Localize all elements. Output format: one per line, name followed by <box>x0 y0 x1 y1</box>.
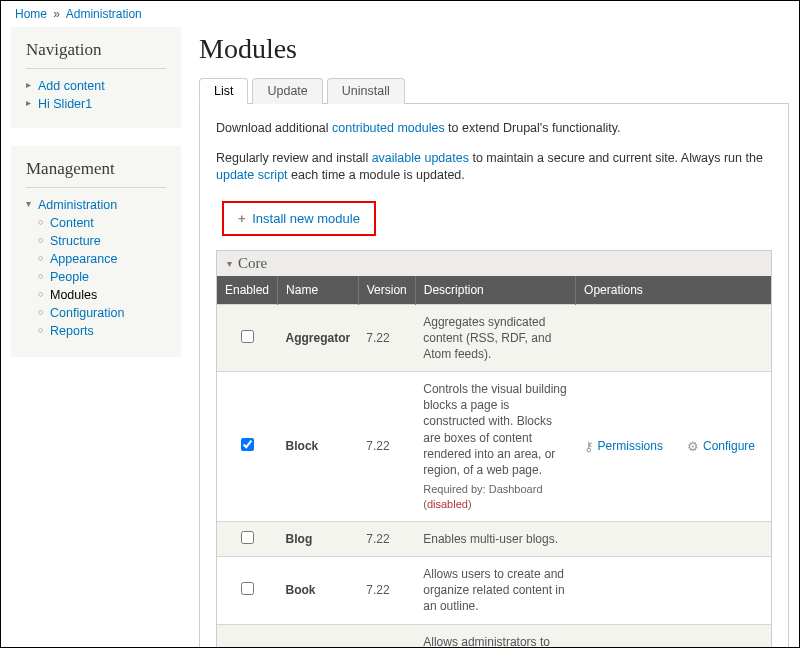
module-description: Controls the visual building blocks a pa… <box>415 372 575 522</box>
module-version: 7.22 <box>358 521 415 556</box>
plus-icon: + <box>238 211 246 226</box>
help-p2-post: each time a module is updated. <box>288 168 465 182</box>
op-label: Permissions <box>598 439 663 453</box>
help-p1-post: to extend Drupal's functionality. <box>445 121 621 135</box>
module-ops <box>679 624 771 648</box>
module-ops: ⚷Permissions <box>576 372 679 522</box>
enable-checkbox-aggregator[interactable] <box>241 330 254 343</box>
link-contributed-modules[interactable]: contributed modules <box>332 121 445 135</box>
module-version: 7.22 <box>358 304 415 372</box>
enable-checkbox-block[interactable] <box>241 438 254 451</box>
enable-checkbox-blog[interactable] <box>241 531 254 544</box>
breadcrumb: Home » Administration <box>1 1 799 27</box>
page-title: Modules <box>199 33 789 65</box>
management-menu: Administration ContentStructureAppearanc… <box>26 196 166 342</box>
module-description: Allows users to create and organize rela… <box>415 557 575 625</box>
permissions-link[interactable]: ⚷Permissions <box>584 439 663 454</box>
module-name: Book <box>278 557 359 625</box>
table-row: Block7.22Controls the visual building bl… <box>217 372 771 522</box>
module-ops <box>679 557 771 625</box>
breadcrumb-admin[interactable]: Administration <box>66 7 142 21</box>
enable-checkbox-book[interactable] <box>241 582 254 595</box>
help-p2-pre: Regularly review and install <box>216 151 372 165</box>
navigation-menu: Add content Hi Slider1 <box>26 77 166 113</box>
tab-uninstall[interactable]: Uninstall <box>327 78 405 104</box>
tab-list[interactable]: List <box>199 78 248 104</box>
module-name: Aggregator <box>278 304 359 372</box>
fieldset-core-legend[interactable]: ▾ Core <box>217 251 771 276</box>
module-ops <box>576 304 679 372</box>
table-row: Book7.22Allows users to create and organ… <box>217 557 771 625</box>
mgmt-item-appearance[interactable]: Appearance <box>50 252 117 266</box>
module-ops <box>576 521 679 556</box>
nav-add-content[interactable]: Add content <box>38 79 105 93</box>
module-ops <box>679 304 771 372</box>
module-version: 7.22 <box>358 624 415 648</box>
module-version: 7.22 <box>358 372 415 522</box>
col-enabled: Enabled <box>217 276 278 305</box>
help-p1-pre: Download additional <box>216 121 332 135</box>
tabs: ListUpdateUninstall <box>199 77 789 104</box>
link-update-script[interactable]: update script <box>216 168 288 182</box>
tab-update[interactable]: Update <box>252 78 322 104</box>
col-name: Name <box>278 276 359 305</box>
install-new-module-button[interactable]: + Install new module <box>222 201 376 236</box>
mgmt-administration[interactable]: Administration <box>38 198 117 212</box>
module-version: 7.22 <box>358 557 415 625</box>
table-row: Blog7.22Enables multi-user blogs. <box>217 521 771 556</box>
col-operations: Operations <box>576 276 771 305</box>
configure-link[interactable]: ⚙Configure <box>687 439 755 454</box>
management-title: Management <box>26 159 166 188</box>
mgmt-item-people[interactable]: People <box>50 270 89 284</box>
module-ops: ⚙Configure <box>679 372 771 522</box>
module-ops <box>679 521 771 556</box>
col-description: Description <box>415 276 575 305</box>
required-by: Required by: Dashboard (disabled) <box>423 482 567 512</box>
navigation-title: Navigation <box>26 40 166 69</box>
table-row: Color7.22Allows administrators to change… <box>217 624 771 648</box>
help-p2-mid: to maintain a secure and current site. A… <box>469 151 763 165</box>
modules-table: Enabled Name Version Description Operati… <box>217 276 771 649</box>
op-label: Configure <box>703 439 755 453</box>
breadcrumb-sep-icon: » <box>53 7 60 21</box>
mgmt-item-reports[interactable]: Reports <box>50 324 94 338</box>
module-name: Color <box>278 624 359 648</box>
module-ops <box>576 624 679 648</box>
panel: Download additional contributed modules … <box>199 104 789 648</box>
sidebar: Navigation Add content Hi Slider1 Manage… <box>11 27 181 648</box>
breadcrumb-home[interactable]: Home <box>15 7 47 21</box>
help-text: Download additional contributed modules … <box>216 120 772 185</box>
management-block: Management Administration ContentStructu… <box>11 146 181 357</box>
module-description: Aggregates syndicated content (RSS, RDF,… <box>415 304 575 372</box>
nav-hi-slider[interactable]: Hi Slider1 <box>38 97 92 111</box>
install-new-module-link[interactable]: Install new module <box>252 211 360 226</box>
col-version: Version <box>358 276 415 305</box>
fieldset-core: ▾ Core Enabled Name Version Description … <box>216 250 772 649</box>
link-available-updates[interactable]: available updates <box>372 151 469 165</box>
caret-down-icon: ▾ <box>227 258 232 269</box>
module-ops <box>576 557 679 625</box>
mgmt-item-content[interactable]: Content <box>50 216 94 230</box>
main-content: Modules ListUpdateUninstall Download add… <box>199 27 789 648</box>
gear-icon: ⚙ <box>687 439 699 454</box>
table-row: Aggregator7.22Aggregates syndicated cont… <box>217 304 771 372</box>
mgmt-item-structure[interactable]: Structure <box>50 234 101 248</box>
fieldset-core-title: Core <box>238 255 267 272</box>
module-name: Block <box>278 372 359 522</box>
navigation-block: Navigation Add content Hi Slider1 <box>11 27 181 128</box>
module-description: Allows administrators to change the colo… <box>415 624 575 648</box>
module-description: Enables multi-user blogs. <box>415 521 575 556</box>
mgmt-item-modules: Modules <box>38 286 166 304</box>
module-name: Blog <box>278 521 359 556</box>
key-icon: ⚷ <box>584 439 594 454</box>
mgmt-item-configuration[interactable]: Configuration <box>50 306 124 320</box>
